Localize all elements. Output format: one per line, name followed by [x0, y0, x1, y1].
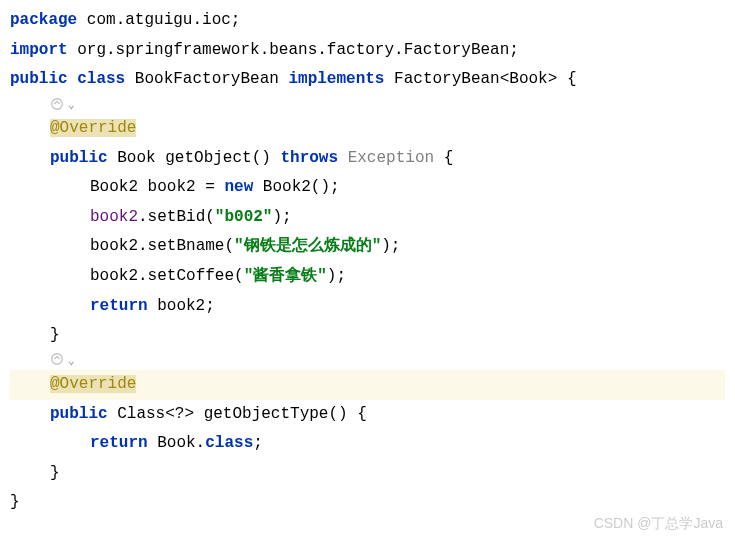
code-line-close-method2: } — [10, 459, 725, 489]
keyword-public: public — [50, 149, 108, 167]
gutter-override-icon-line2: ⌄ — [10, 351, 725, 370]
keyword-class: class — [205, 434, 253, 452]
code-line-override2-row: @Override — [10, 370, 725, 400]
gutter-chevron-icon[interactable]: ⌄ — [68, 355, 75, 367]
method-name: getObject — [165, 149, 251, 167]
keyword-public: public — [50, 405, 108, 423]
parens: () { — [328, 405, 366, 423]
method-call: .setBname( — [138, 237, 234, 255]
keyword-return: return — [90, 297, 148, 315]
constructor: Book2(); — [253, 178, 339, 196]
var-ref: book2 — [90, 208, 138, 226]
brace: { — [434, 149, 453, 167]
keyword-throws: throws — [280, 149, 338, 167]
code-line-override1: @Override — [10, 114, 725, 144]
call-end: ); — [381, 237, 400, 255]
interface-name: FactoryBean<Book> { — [384, 70, 576, 88]
keyword-public-class: public class — [10, 70, 125, 88]
method-call: .setCoffee( — [138, 267, 244, 285]
override-gutter-icon[interactable] — [50, 97, 64, 111]
string-literal: "钢铁是怎么炼成的" — [234, 237, 381, 255]
watermark-text: CSDN @丁总学Java — [594, 511, 723, 537]
equals: = — [196, 178, 225, 196]
call-end: ); — [272, 208, 291, 226]
code-line-class-decl: public class BookFactoryBean implements … — [10, 65, 725, 95]
gutter-chevron-icon[interactable]: ⌄ — [68, 99, 75, 111]
return-var: book2; — [148, 297, 215, 315]
import-path: org.springframework.beans.factory.Factor… — [68, 41, 519, 59]
code-line-return1: return book2; — [10, 292, 725, 322]
code-line-getobject: public Book getObject() throws Exception… — [10, 144, 725, 174]
keyword-implements: implements — [288, 70, 384, 88]
var-name: book2 — [148, 178, 196, 196]
keyword-new: new — [224, 178, 253, 196]
method-name: getObjectType — [204, 405, 329, 423]
close-brace: } — [50, 326, 60, 344]
keyword-package: package — [10, 11, 77, 29]
method-call: .setBid( — [138, 208, 215, 226]
gutter-override-icon-line: ⌄ — [10, 95, 725, 114]
return-type: Class<?> — [108, 405, 204, 423]
code-line-return2: return Book.class; — [10, 429, 725, 459]
close-brace: } — [10, 493, 20, 511]
code-line-getobjecttype: public Class<?> getObjectType() { — [10, 400, 725, 430]
code-line-setbid: book2.setBid("b002"); — [10, 203, 725, 233]
code-line-package: package com.atguigu.ioc; — [10, 6, 725, 36]
annotation-override: @Override — [50, 119, 136, 137]
return-type: Book — [108, 149, 166, 167]
close-brace: } — [50, 464, 60, 482]
code-line-close-method1: } — [10, 321, 725, 351]
var-ref: book2 — [90, 237, 138, 255]
package-path: com.atguigu.ioc; — [77, 11, 240, 29]
svg-point-0 — [52, 98, 63, 109]
semicolon: ; — [253, 434, 263, 452]
exception-type: Exception — [338, 149, 434, 167]
string-literal: "酱香拿铁" — [244, 267, 327, 285]
call-end: ); — [327, 267, 346, 285]
var-ref: book2 — [90, 267, 138, 285]
svg-point-1 — [52, 354, 63, 365]
string-literal: "b002" — [215, 208, 273, 226]
keyword-import: import — [10, 41, 68, 59]
code-line-newbook: Book2 book2 = new Book2(); — [10, 173, 725, 203]
code-line-setbname: book2.setBname("钢铁是怎么炼成的"); — [10, 232, 725, 262]
keyword-return: return — [90, 434, 148, 452]
var-type: Book2 — [90, 178, 148, 196]
class-name: BookFactoryBean — [125, 70, 288, 88]
parens: () — [252, 149, 281, 167]
code-line-import: import org.springframework.beans.factory… — [10, 36, 725, 66]
override-gutter-icon[interactable] — [50, 352, 64, 366]
annotation-override: @Override — [50, 375, 136, 393]
code-line-setcoffee: book2.setCoffee("酱香拿铁"); — [10, 262, 725, 292]
class-ref: Book. — [148, 434, 206, 452]
